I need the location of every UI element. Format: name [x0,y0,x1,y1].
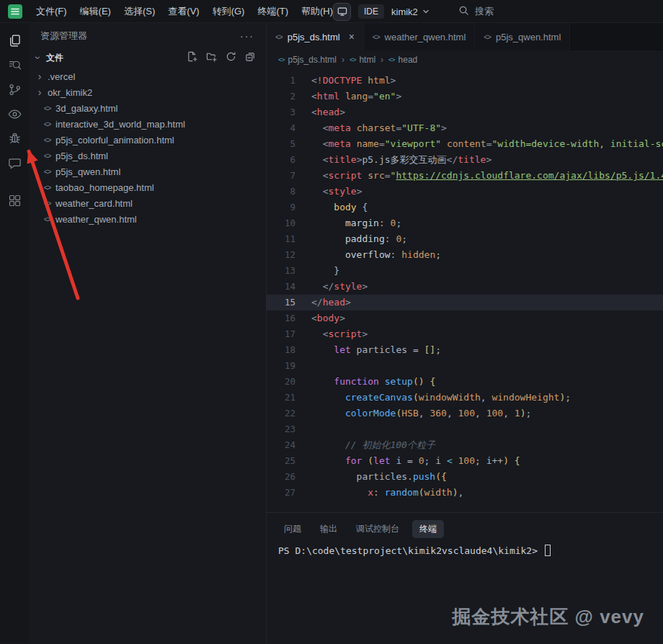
tree-file-item[interactable]: <>weather_card.html [29,195,266,211]
breadcrumb-item[interactable]: <>head [388,55,417,65]
code-line[interactable]: 23 [267,421,663,437]
panel-tab[interactable]: 问题 [278,520,307,538]
collapse-all-icon[interactable] [245,51,256,65]
html-file-icon: <> [278,56,285,63]
menu-item[interactable]: 编辑(E) [74,3,117,20]
code-line[interactable]: 2<html lang="en"> [267,89,663,104]
panel-tab[interactable]: 输出 [314,520,343,538]
code-line[interactable]: 26 particles.push({ [267,469,663,485]
tab-bar: <>p5js_ds.html×<>weather_qwen.html<>p5js… [267,23,663,50]
code-line[interactable]: 18 let particles = []; [267,342,663,358]
code-line[interactable]: 16<body> [267,310,663,326]
tree-file-item[interactable]: <>p5js_qwen.html [29,164,266,179]
preview-eye-icon[interactable] [6,105,23,122]
panel-tab[interactable]: 调试控制台 [350,520,405,538]
app-window: 文件(F)编辑(E)选择(S)查看(V)转到(G)终端(T)帮助(H) IDE … [0,0,663,644]
code-line[interactable]: 25 for (let i = 0; i < 100; i++) { [267,453,663,469]
menu-item[interactable]: 查看(V) [162,3,205,20]
code-line[interactable]: 3<head> [267,104,663,120]
line-number: 25 [267,453,295,469]
code-line[interactable]: 1<!DOCTYPE html> [267,73,663,89]
menu-item[interactable]: 选择(S) [118,3,161,20]
code-line[interactable]: 7 <script src="https://cdnjs.cloudflare.… [267,168,663,184]
tab-label: p5js_ds.html [288,32,340,43]
code-line[interactable]: 19 [267,358,663,374]
code-line[interactable]: 9 body { [267,200,663,215]
code-line[interactable]: 8 <style> [267,184,663,200]
code-line[interactable]: 4 <meta charset="UTF-8"> [267,120,663,136]
line-number: 17 [267,326,295,342]
code-line[interactable]: 17 <script> [267,326,663,342]
code-text: createCanvas(windowWidth, windowHeight); [311,390,571,406]
tree-file-item[interactable]: <>p5js_colorful_animation.html [29,132,266,148]
code-editor[interactable]: 1<!DOCTYPE html>2<html lang="en">3<head>… [267,69,663,512]
search-files-icon[interactable] [6,56,23,73]
project-name: kimik2 [391,6,418,17]
line-number: 11 [267,231,295,247]
ide-badge[interactable]: IDE [358,4,384,19]
sidebar-title: 资源管理器 [40,30,87,43]
line-number: 22 [267,406,295,421]
explorer-icon[interactable] [6,32,23,49]
terminal[interactable]: PS D:\code\testproject\kimik2vsclaude4\k… [278,545,651,556]
new-folder-icon[interactable] [206,51,217,65]
line-number: 20 [267,374,295,390]
menu-item[interactable]: 终端(T) [252,3,294,20]
chevron-expanded-icon: › [33,53,43,63]
tree-file-item[interactable]: <>p5js_ds.html [29,148,266,164]
code-line[interactable]: 15</head> [267,295,663,310]
search-box[interactable]: 搜索 [458,0,494,23]
tree-folder-item[interactable]: ›.vercel [29,68,266,84]
new-file-icon[interactable] [187,51,197,65]
tree-folder-item[interactable]: ›okr_kimik2 [29,84,266,100]
code-line[interactable]: 22 colorMode(HSB, 360, 100, 100, 1); [267,406,663,421]
chevron-right-icon: › [342,55,344,65]
code-line[interactable]: 6 <title>p5.js多彩交互动画</title> [267,152,663,168]
app-logo-icon[interactable] [7,4,23,19]
more-actions-icon[interactable]: ··· [240,30,254,42]
tree-file-item[interactable]: <>weather_qwen.html [29,211,266,227]
code-line[interactable]: 20 function setup() { [267,374,663,390]
line-number: 24 [267,437,295,453]
editor-tab[interactable]: <>p5js_ds.html× [267,23,364,50]
code-line[interactable]: 10 margin: 0; [267,215,663,231]
tree-file-item[interactable]: <>3d_galaxy.html [29,100,266,116]
editor-tab[interactable]: <>p5js_qwen.html [475,23,570,50]
terminal-cursor [545,545,551,556]
extensions-grid-icon[interactable] [6,192,23,209]
files-section-header[interactable]: › 文件 [29,49,266,66]
panel-tabs: 问题输出调试控制台终端 [278,519,651,539]
code-line[interactable]: 11 padding: 0; [267,231,663,247]
code-line[interactable]: 27 x: random(width), [267,485,663,501]
code-text: body { [311,200,368,215]
tree-file-item[interactable]: <>taobao_homepage.html [29,179,266,195]
refresh-icon[interactable] [226,51,236,65]
project-switcher[interactable]: kimik2 [391,6,430,17]
html-file-icon: <> [373,33,380,41]
line-number: 26 [267,469,295,485]
close-icon[interactable]: × [349,31,355,43]
editor-tab[interactable]: <>weather_qwen.html [364,23,475,50]
code-text: <script src="https://cdnjs.cloudflare.co… [311,168,663,184]
chat-icon[interactable] [6,154,23,171]
code-line[interactable]: 24 // 初始化100个粒子 [267,437,663,453]
tree-file-item[interactable]: <>interactive_3d_world_map.html [29,116,266,132]
line-number: 3 [267,104,295,120]
code-line[interactable]: 21 createCanvas(windowWidth, windowHeigh… [267,390,663,406]
code-line[interactable]: 5 <meta name="viewport" content="width=d… [267,136,663,152]
file-name: p5js_colorful_animation.html [55,135,174,146]
breadcrumb-item[interactable]: <>html [350,55,375,65]
code-line[interactable]: 13 } [267,263,663,279]
line-number: 4 [267,120,295,136]
menu-item[interactable]: 转到(G) [207,3,251,20]
ide-window-icon[interactable] [333,3,351,21]
tab-label: weather_qwen.html [385,32,466,43]
code-line[interactable]: 14 </style> [267,279,663,295]
titlebar: 文件(F)编辑(E)选择(S)查看(V)转到(G)终端(T)帮助(H) IDE … [0,0,663,23]
source-control-icon[interactable] [6,81,23,98]
panel-tab[interactable]: 终端 [412,520,444,538]
code-line[interactable]: 12 overflow: hidden; [267,247,663,263]
breadcrumb-item[interactable]: <>p5js_ds.html [278,55,337,65]
menu-item[interactable]: 文件(F) [30,3,73,20]
debug-bug-icon[interactable] [6,130,23,147]
